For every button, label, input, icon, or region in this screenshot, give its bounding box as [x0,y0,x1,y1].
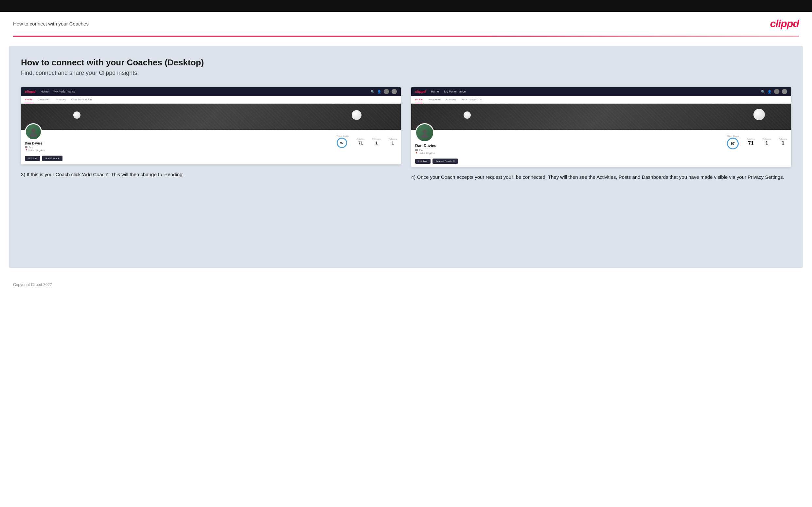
mock-avatar-left [25,123,42,140]
header-title: How to connect with your Coaches [13,21,89,26]
followers-value-right: 1 [763,140,771,147]
quality-value-right: 97 [727,137,739,150]
profile-right-info-col: Dan Davies Pro 📍 United Kingdom Unfollow [415,133,458,164]
mock-nav-performance-right: My Performance [444,90,465,93]
search-icon-right: 🔍 [761,90,765,94]
mock-user-info-left: Dan Davies Pro 📍 United Kingdom [25,140,62,152]
search-icon-left: 🔍 [371,90,374,94]
followers-label-right: Followers [763,138,771,140]
right-column: clippd Home My Performance 🔍 👤 Profile D… [411,87,791,181]
page-subheading: Find, connect and share your Clippd insi… [21,70,791,76]
mock-stats-left: Player Quality 97 Activities 71 Follower… [69,133,397,148]
mock-avatar-wrap-left [25,123,62,140]
mock-avatar-right [415,123,434,142]
svg-point-2 [423,129,426,134]
columns: clippd Home My Performance 🔍 👤 Profile D… [21,87,791,181]
mock-tab-dashboard-right[interactable]: Dashboard [428,98,441,103]
left-column: clippd Home My Performance 🔍 👤 Profile D… [21,87,401,181]
mock-nav-home-left: Home [41,90,48,93]
settings-icon-right [774,89,779,94]
mock-username-right: Dan Davies [415,144,458,148]
mock-location-left: 📍 United Kingdom [25,149,62,152]
followers-value-left: 1 [372,140,381,146]
quality-label-left: Player Quality [337,135,349,137]
main-content: How to connect with your Coaches (Deskto… [9,46,803,268]
mock-location-right: 📍 United Kingdom [415,152,458,155]
mock-banner-left [21,104,401,130]
following-value-right: 1 [779,140,787,147]
mock-tab-whattoworkon-left[interactable]: What To Work On [71,98,92,103]
mock-profile-left: Dan Davies Pro 📍 United Kingdom Unfollow [21,130,401,164]
x-icon: ✕ [453,160,455,163]
mock-user-role-left: Pro [29,146,33,149]
check-icon-left [25,146,28,149]
golf-ball-right-2 [753,109,765,120]
mock-tabs-left: Profile Dashboard Activities What To Wor… [21,96,401,104]
mock-stat-following-left: Following 1 [389,138,397,146]
mockup-right: clippd Home My Performance 🔍 👤 Profile D… [411,87,791,167]
avatar-svg-left [28,126,39,137]
header-divider [13,36,799,37]
activities-value-left: 71 [357,140,364,146]
mock-user-role-right: Pro [419,149,423,151]
mock-tab-profile-right[interactable]: Profile [415,98,423,103]
following-value-left: 1 [389,140,397,146]
instruction-text-right: 4) Once your Coach accepts your request … [411,174,791,181]
mock-stat-activities-right: Activities 71 [747,138,755,147]
avatar-icon-right [782,89,787,94]
followers-label-left: Followers [372,138,381,140]
unfollow-button-left[interactable]: Unfollow [25,156,40,161]
mock-tab-activities-left[interactable]: Activities [56,98,66,103]
mock-tab-whattoworkon-right[interactable]: What To Work On [461,98,482,103]
mock-buttons-right: Unfollow Remove Coach ✕ [415,159,458,164]
header: How to connect with your Coaches clippd [0,12,812,36]
golf-ball-left-1 [73,111,81,119]
mock-nav-home-right: Home [431,90,439,93]
activities-label-left: Activities [357,138,364,140]
page-heading: How to connect with your Coaches (Deskto… [21,58,791,68]
mock-user-badge-left: Pro [25,146,62,149]
unfollow-button-right[interactable]: Unfollow [415,159,430,164]
mock-tab-profile-left[interactable]: Profile [25,98,33,103]
mock-tabs-right: Profile Dashboard Activities What To Wor… [411,96,791,104]
activities-label-right: Activities [747,138,755,140]
add-coach-button-left[interactable]: Add Coach + [42,156,62,161]
svg-point-1 [30,133,37,137]
mock-stats-right: Player Quality 97 Activities 71 Follower… [465,133,787,150]
user-icon-left: 👤 [377,90,381,94]
mock-navbar-right: clippd Home My Performance 🔍 👤 [411,87,791,96]
mock-username-left: Dan Davies [25,142,62,145]
settings-icon-left [384,89,389,94]
quality-label-right: Player Quality [727,135,739,137]
mock-profile-right: Dan Davies Pro 📍 United Kingdom Unfollow [411,130,791,167]
mock-buttons-left: Unfollow Add Coach + [25,156,62,161]
quality-value-left: 97 [337,137,347,148]
mock-nav-icons-right: 🔍 👤 [761,89,787,94]
mock-stat-followers-right: Followers 1 [763,138,771,147]
mock-stat-following-right: Following 1 [779,138,787,147]
instruction-text-left: 3) If this is your Coach click 'Add Coac… [21,171,401,178]
mock-tab-dashboard-left[interactable]: Dashboard [38,98,50,103]
golf-ball-right-1 [464,111,471,119]
mock-banner-right [411,104,791,130]
mock-stat-followers-left: Followers 1 [372,138,381,146]
mock-stat-quality-left: Player Quality 97 [337,135,349,148]
clippd-logo: clippd [770,18,799,30]
mock-stat-activities-left: Activities 71 [357,138,364,146]
golf-ball-left-2 [352,110,361,120]
svg-point-3 [421,134,428,138]
svg-point-0 [32,128,35,133]
mock-avatar-wrap-right [415,123,458,142]
top-bar [0,0,812,12]
mock-stat-quality-right: Player Quality 97 [727,135,739,150]
mock-nav-icons-left: 🔍 👤 [371,89,397,94]
remove-coach-button-right[interactable]: Remove Coach ✕ [433,159,458,164]
profile-left-info-col: Dan Davies Pro 📍 United Kingdom Unfollow [25,133,62,161]
mockup-left: clippd Home My Performance 🔍 👤 Profile D… [21,87,401,164]
mock-nav-performance-left: My Performance [54,90,75,93]
mock-user-badge-right: Pro [415,149,458,151]
mock-tab-activities-right[interactable]: Activities [446,98,456,103]
mock-logo-right: clippd [415,90,426,94]
following-label-left: Following [389,138,397,140]
avatar-icon-left [392,89,397,94]
